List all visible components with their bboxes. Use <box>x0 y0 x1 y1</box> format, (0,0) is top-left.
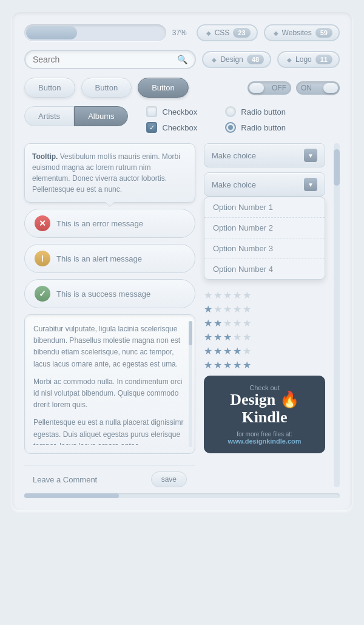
button-2[interactable]: Button <box>81 78 132 98</box>
tab-albums[interactable]: Albums <box>74 106 128 126</box>
dropdown-2-arrow: ▼ <box>304 178 317 191</box>
star: ★ <box>214 303 222 315</box>
tooltip-bold: Tooltip. <box>32 152 58 161</box>
tag-design-arrow: ◆ <box>212 56 217 63</box>
dropdown-item-1[interactable]: Option Number 1 <box>204 197 325 218</box>
bottom-scrollbar[interactable] <box>24 493 340 498</box>
star: ★ <box>233 289 241 301</box>
radio-1[interactable] <box>225 106 236 117</box>
comment-scrollbar[interactable] <box>189 321 192 447</box>
stars-row-2[interactable]: ★ ★ ★ ★ ★ <box>204 317 325 329</box>
dropdown-2-container: Make choice ▼ Option Number 1 Option Num… <box>204 172 325 280</box>
bottom-scrollbar-thumb <box>24 493 119 498</box>
tag-arrow-left: ◆ <box>206 30 211 36</box>
button-1[interactable]: Button <box>24 78 75 98</box>
tag-css-count: 23 <box>233 28 250 38</box>
tag-logo-arrow: ◆ <box>287 56 292 63</box>
star: ★ <box>233 317 241 329</box>
dropdown-1-arrow: ▼ <box>304 149 317 162</box>
comment-scrollbar-thumb <box>189 321 192 345</box>
checkbox-2-label: Checkbox <box>162 123 197 132</box>
comment-para-3: Pellentesque eu est a nulla placerat dig… <box>33 417 186 445</box>
tag-websites-label: Websites <box>282 29 312 37</box>
progress-bar-container <box>24 24 166 41</box>
dk-title-line2: Kindle <box>241 408 287 426</box>
success-message: This is a success message <box>56 289 150 299</box>
tag-css[interactable]: ◆ CSS 23 <box>197 24 258 41</box>
comment-text: Curabitur vulputate, ligula lacinia scel… <box>33 323 186 445</box>
dropdown-item-4[interactable]: Option Number 4 <box>204 259 325 279</box>
tag-design[interactable]: ◆ Design 48 <box>202 51 271 68</box>
star: ★ <box>204 359 212 371</box>
progress-label: 37% <box>172 29 190 37</box>
button-3[interactable]: Button <box>138 78 189 98</box>
search-icon[interactable]: 🔍 <box>177 55 187 64</box>
success-icon: ✓ <box>35 286 50 302</box>
tab-artists[interactable]: Artists <box>24 106 74 126</box>
tabs: Artists Albums <box>24 106 128 126</box>
star: ★ <box>243 303 251 315</box>
save-button[interactable]: save <box>151 471 187 487</box>
star: ★ <box>214 359 222 371</box>
dropdown-item-3[interactable]: Option Number 3 <box>204 238 325 259</box>
toggle-off[interactable]: OFF <box>248 81 291 95</box>
star: ★ <box>223 359 232 371</box>
tag-logo-count: 11 <box>315 55 332 64</box>
warn-icon: ! <box>35 251 50 266</box>
dk-title: Design 🔥 Kindle <box>212 391 317 426</box>
alert-warn: ! This is an alert message <box>24 244 195 273</box>
alert-success: ✓ This is a success message <box>24 279 195 308</box>
toggle-on-label: ON <box>301 84 312 92</box>
dropdown-item-2[interactable]: Option Number 2 <box>204 218 325 238</box>
star: ★ <box>204 303 212 315</box>
star: ★ <box>243 289 251 301</box>
checkbox-1-label: Checkbox <box>162 107 197 117</box>
radio-1-label: Radio button <box>241 107 286 117</box>
design-kindle-ad[interactable]: Check out Design 🔥 Kindle for more free … <box>204 376 325 453</box>
error-icon: ✕ <box>35 215 50 231</box>
tooltip-box: Tooltip. Vestibulum mollis mauris enim. … <box>24 143 195 203</box>
search-input[interactable] <box>33 55 177 64</box>
star: ★ <box>214 331 222 343</box>
dropdown-1[interactable]: Make choice ▼ <box>204 143 325 167</box>
stars-row-4[interactable]: ★ ★ ★ ★ ★ <box>204 345 325 357</box>
radio-2-label: Radio button <box>241 123 286 132</box>
radio-2[interactable] <box>225 122 236 133</box>
toggle-off-label: OFF <box>272 84 286 92</box>
toggle-on[interactable]: ON <box>296 81 340 95</box>
stars-row-3[interactable]: ★ ★ ★ ★ ★ <box>204 331 325 343</box>
star: ★ <box>243 317 251 329</box>
star: ★ <box>233 303 241 315</box>
comment-para-2: Morbi ac commodo nulla. In condimentum o… <box>33 376 186 411</box>
tag-websites-count: 59 <box>315 28 332 38</box>
tag-logo-label: Logo <box>295 55 312 64</box>
star: ★ <box>204 317 212 329</box>
stars-row-1[interactable]: ★ ★ ★ ★ ★ <box>204 303 325 315</box>
vertical-scrollbar[interactable] <box>334 143 340 487</box>
warn-message: This is an alert message <box>56 254 142 263</box>
tag-websites-arrow: ◆ <box>274 30 278 36</box>
dropdown-2[interactable]: Make choice ▼ <box>204 172 325 197</box>
star: ★ <box>214 289 222 301</box>
comment-para-1: Curabitur vulputate, ligula lacinia scel… <box>33 323 186 370</box>
error-message: This is an error message <box>56 219 143 228</box>
tag-websites[interactable]: ◆ Websites 59 <box>264 24 340 41</box>
star: ★ <box>233 345 241 357</box>
alert-error: ✕ This is an error message <box>24 209 195 238</box>
comment-box: Curabitur vulputate, ligula lacinia scel… <box>24 314 195 454</box>
stars-row-0[interactable]: ★ ★ ★ ★ ★ <box>204 289 325 301</box>
tag-css-label: CSS <box>215 29 230 37</box>
dk-flame: 🔥 <box>280 391 299 408</box>
tag-logo[interactable]: ◆ Logo 11 <box>277 51 340 68</box>
star: ★ <box>233 331 241 343</box>
dk-title-line1: Design <box>230 391 275 408</box>
checkbox-1[interactable] <box>146 106 157 117</box>
dropdown-2-list: Option Number 1 Option Number 2 Option N… <box>204 197 325 280</box>
star: ★ <box>223 289 232 301</box>
star: ★ <box>243 331 251 343</box>
stars-container: ★ ★ ★ ★ ★ ★ ★ ★ ★ ★ ★ ★ ★ <box>204 289 325 371</box>
stars-row-5[interactable]: ★ ★ ★ ★ ★ <box>204 359 325 371</box>
checkbox-2[interactable] <box>146 122 157 133</box>
progress-bar-fill <box>26 26 77 39</box>
star: ★ <box>243 359 251 371</box>
